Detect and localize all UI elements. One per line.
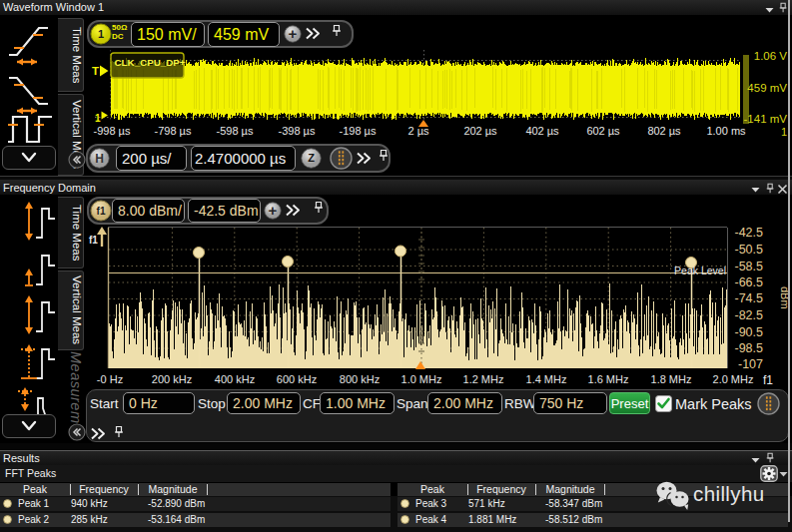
svg-text:+: +: [269, 202, 278, 219]
svg-text:1: 1: [98, 28, 104, 40]
svg-text:1: 1: [95, 113, 101, 124]
svg-text:H: H: [95, 152, 104, 166]
svg-text:Z: Z: [308, 152, 315, 164]
svg-text:T: T: [92, 65, 99, 77]
svg-text:chillyhu: chillyhu: [693, 482, 765, 505]
svg-text:CLK_CPU_DP+: CLK_CPU_DP+: [115, 57, 186, 68]
svg-text:f1: f1: [89, 235, 98, 246]
svg-text:Peak Level: Peak Level: [674, 265, 726, 276]
svg-text:+: +: [289, 25, 298, 42]
svg-text:f1: f1: [97, 206, 106, 217]
